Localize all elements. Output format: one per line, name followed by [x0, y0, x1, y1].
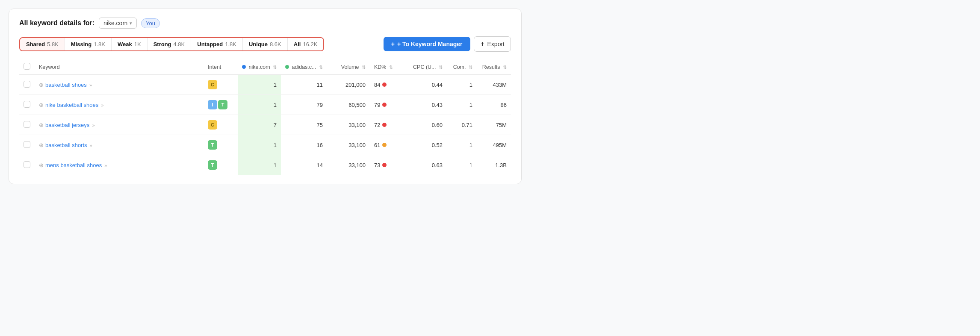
nike-position-cell: 1 [238, 75, 281, 95]
col-header-results[interactable]: Results ⇅ [477, 59, 511, 75]
row-checkbox[interactable] [24, 81, 30, 88]
intent-cell: C [204, 75, 238, 95]
adidas-position-cell: 14 [281, 155, 327, 175]
intent-badge: C [208, 80, 217, 89]
keyword-link[interactable]: basketball shoes [45, 82, 87, 88]
adidas-sort-icon: ⇅ [319, 65, 323, 70]
nike-position-cell: 1 [238, 95, 281, 115]
volume-sort-icon: ⇅ [362, 65, 366, 70]
row-checkbox[interactable] [24, 141, 30, 148]
cpc-cell: 0.43 [408, 95, 447, 115]
tab-missing[interactable]: Missing 1.8K [65, 38, 112, 50]
chevron-down-icon: ▾ [130, 21, 132, 26]
select-all-header[interactable] [19, 59, 35, 75]
export-button[interactable]: ⬆ Export [474, 36, 511, 52]
drill-down-icon: » [89, 143, 92, 148]
export-label: Export [487, 41, 505, 47]
expand-icon[interactable]: ⊕ [39, 162, 44, 168]
com-sort-icon: ⇅ [469, 65, 472, 70]
kd-value: 72 [374, 122, 380, 128]
row-checkbox[interactable] [24, 121, 30, 128]
com-cell: 1 [447, 135, 477, 155]
intent-cell: T [204, 135, 238, 155]
kd-cell: 61 [370, 135, 408, 155]
drill-down-icon: » [103, 163, 107, 168]
table-row: ⊕mens basketball shoes »T11433,100730.63… [19, 155, 511, 175]
domain-selector[interactable]: nike.com ▾ [99, 18, 137, 29]
tab-shared[interactable]: Shared 5.8K [20, 38, 65, 50]
adidas-position-cell: 79 [281, 95, 327, 115]
kd-value: 61 [374, 142, 380, 148]
drill-down-icon: » [91, 123, 94, 128]
col-header-intent: Intent [204, 59, 238, 75]
keyword-link[interactable]: basketball jerseys [45, 122, 89, 128]
drill-down-icon: » [88, 83, 92, 88]
results-cell: 75M [477, 115, 511, 135]
row-checkbox[interactable] [24, 161, 30, 168]
tab-weak[interactable]: Weak 1K [112, 38, 148, 50]
kd-sort-icon: ⇅ [389, 65, 393, 70]
tab-missing-label: Missing [71, 41, 92, 47]
row-checkbox[interactable] [24, 101, 30, 108]
header-label: All keyword details for: [19, 19, 94, 27]
actions-group: + + To Keyword Manager ⬆ Export [384, 36, 511, 52]
keyword-manager-plus-icon: + [391, 41, 395, 47]
expand-icon[interactable]: ⊕ [39, 102, 44, 108]
keyword-link[interactable]: mens basketball shoes [45, 162, 102, 168]
domain-value: nike.com [103, 20, 127, 27]
tab-strong-label: Strong [153, 41, 171, 47]
header-row: All keyword details for: nike.com ▾ You [19, 18, 511, 29]
expand-icon[interactable]: ⊕ [39, 82, 44, 88]
adidas-dot-icon [285, 65, 289, 69]
volume-cell: 60,500 [327, 95, 370, 115]
row-checkbox-cell [19, 155, 35, 175]
main-container: All keyword details for: nike.com ▾ You … [9, 9, 522, 184]
expand-icon[interactable]: ⊕ [39, 142, 44, 148]
keyword-manager-button[interactable]: + + To Keyword Manager [384, 37, 470, 51]
keyword-cell: ⊕basketball shoes » [35, 75, 204, 95]
row-checkbox-cell [19, 115, 35, 135]
col-header-cpc[interactable]: CPC (U... ⇅ [408, 59, 447, 75]
keyword-manager-label: + To Keyword Manager [397, 41, 463, 47]
keyword-link[interactable]: basketball shorts [45, 142, 87, 148]
you-badge: You [141, 18, 160, 28]
volume-cell: 201,000 [327, 75, 370, 95]
kd-difficulty-dot [382, 123, 387, 127]
tab-weak-count: 1K [134, 41, 141, 47]
com-cell: 0.71 [447, 115, 477, 135]
tab-shared-count: 5.8K [47, 41, 59, 47]
table-row: ⊕nike basketball shoes »IT17960,500790.4… [19, 95, 511, 115]
expand-icon[interactable]: ⊕ [39, 122, 44, 128]
volume-cell: 33,100 [327, 155, 370, 175]
col-header-adidas[interactable]: adidas.c... ⇅ [281, 59, 327, 75]
intent-badge: T [208, 140, 217, 150]
intent-badge: C [208, 120, 217, 130]
kd-cell: 72 [370, 115, 408, 135]
nike-position-cell: 7 [238, 115, 281, 135]
keyword-link[interactable]: nike basketball shoes [45, 102, 98, 108]
tab-untapped[interactable]: Untapped 1.8K [191, 38, 243, 50]
results-cell: 433M [477, 75, 511, 95]
col-header-kd[interactable]: KD% ⇅ [370, 59, 408, 75]
kd-value: 73 [374, 162, 380, 168]
tab-unique[interactable]: Unique 8.6K [243, 38, 288, 50]
results-sort-icon: ⇅ [503, 65, 507, 70]
results-cell: 86 [477, 95, 511, 115]
tab-shared-label: Shared [26, 41, 45, 47]
table-row: ⊕basketball shorts »T11633,100610.521495… [19, 135, 511, 155]
kd-cell: 73 [370, 155, 408, 175]
row-checkbox-cell [19, 135, 35, 155]
tabs-group: Shared 5.8K Missing 1.8K Weak 1K Strong … [19, 37, 324, 51]
col-header-com[interactable]: Com. ⇅ [447, 59, 477, 75]
tab-strong[interactable]: Strong 4.8K [148, 38, 192, 50]
col-header-nike[interactable]: nike.com ⇅ [238, 59, 281, 75]
col-header-volume[interactable]: Volume ⇅ [327, 59, 370, 75]
cpc-cell: 0.44 [408, 75, 447, 95]
com-cell: 1 [447, 95, 477, 115]
cpc-cell: 0.60 [408, 115, 447, 135]
tabs-actions-row: Shared 5.8K Missing 1.8K Weak 1K Strong … [19, 36, 511, 52]
tab-all[interactable]: All 16.2K [288, 38, 324, 50]
select-all-checkbox[interactable] [24, 63, 30, 70]
volume-cell: 33,100 [327, 115, 370, 135]
table-row: ⊕basketball shoes »C111201,000840.441433… [19, 75, 511, 95]
